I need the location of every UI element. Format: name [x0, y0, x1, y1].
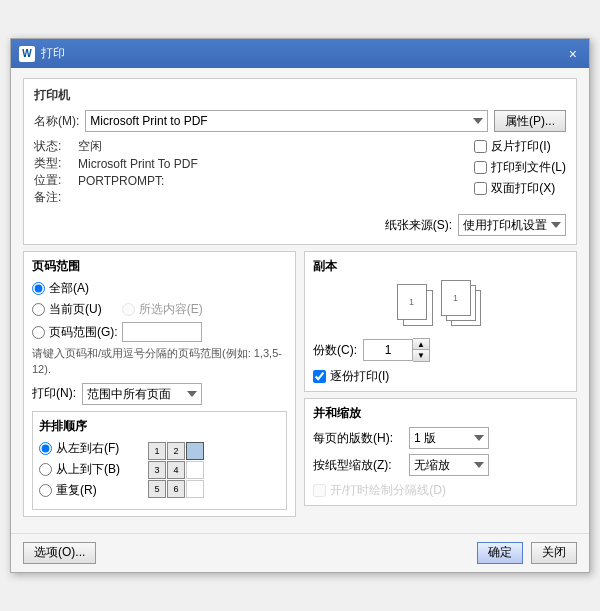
- app-icon: W: [19, 46, 35, 62]
- all-pages-label: 全部(A): [49, 280, 89, 297]
- copies-count-label: 份数(C):: [313, 342, 357, 359]
- pages-per-sheet-label: 每页的版数(H):: [313, 430, 403, 447]
- middle-section: 页码范围 全部(A) 当前页(U) 所选内容(E): [23, 251, 577, 517]
- all-pages-row: 全部(A): [32, 280, 287, 297]
- collate-checkbox-row: 逐份打印(I): [313, 368, 568, 385]
- repeat-radio[interactable]: [39, 484, 52, 497]
- current-page-row: 当前页(U): [32, 301, 102, 318]
- comment-label: 备注:: [34, 189, 74, 206]
- status-value: 空闲: [78, 138, 102, 155]
- dialog-body: 打印机 名称(M): Microsoft Print to PDF 属性(P).…: [11, 68, 589, 533]
- sort-grid: 1 2 3 4 5 6: [148, 442, 204, 498]
- range-radio[interactable]: [32, 326, 45, 339]
- left-to-right-radio[interactable]: [39, 442, 52, 455]
- paper-source-select[interactable]: 使用打印机设置: [458, 214, 566, 236]
- printer-section-title: 打印机: [34, 87, 566, 104]
- print-dialog: W 打印 × 打印机 名称(M): Microsoft Print to PDF…: [10, 38, 590, 573]
- range-hint: 请键入页码和/或用逗号分隔的页码范围(例如: 1,3,5-12).: [32, 346, 287, 377]
- printer-name-select[interactable]: Microsoft Print to PDF: [85, 110, 488, 132]
- current-page-radio[interactable]: [32, 303, 45, 316]
- print-select[interactable]: 范围中所有页面: [82, 383, 202, 405]
- scale-row: 按纸型缩放(Z): 无缩放: [313, 454, 568, 476]
- left-to-right-row: 从左到右(F): [39, 440, 120, 457]
- comment-row: 备注:: [34, 189, 464, 206]
- status-label: 状态:: [34, 138, 74, 155]
- range-label: 页码范围(G):: [49, 324, 118, 341]
- print-to-file-row: 打印到文件(L): [474, 159, 566, 176]
- repeat-row: 重复(R): [39, 482, 120, 499]
- top-to-bottom-row: 从上到下(B): [39, 461, 120, 478]
- location-label: 位置:: [34, 172, 74, 189]
- printer-name-label: 名称(M):: [34, 113, 79, 130]
- range-row: 页码范围(G):: [32, 322, 287, 342]
- printer-name-row: 名称(M): Microsoft Print to PDF 属性(P)...: [34, 110, 566, 132]
- copies-decrement[interactable]: ▼: [413, 350, 429, 361]
- printer-options-checkboxes: 反片打印(I) 打印到文件(L) 双面打印(X): [474, 138, 566, 206]
- printer-section: 打印机 名称(M): Microsoft Print to PDF 属性(P).…: [23, 78, 577, 245]
- duplex-label: 双面打印(X): [491, 180, 555, 197]
- dialog-title: 打印: [41, 45, 65, 62]
- selection-label: 所选内容(E): [139, 301, 203, 318]
- collate-section: 并排顺序 从左到右(F) 从上到下(B): [32, 411, 287, 510]
- location-row: 位置: PORTPROMPT:: [34, 172, 464, 189]
- reverse-print-label: 反片打印(I): [491, 138, 550, 155]
- print-label: 打印(N):: [32, 385, 76, 402]
- scale-select[interactable]: 无缩放: [409, 454, 489, 476]
- title-bar: W 打印 ×: [11, 39, 589, 68]
- print-to-file-checkbox[interactable]: [474, 161, 487, 174]
- paper-source-row: 纸张来源(S): 使用打印机设置: [34, 214, 566, 236]
- current-page-label: 当前页(U): [49, 301, 102, 318]
- bottom-bar: 选项(O)... 确定 关闭: [11, 533, 589, 572]
- ok-button[interactable]: 确定: [477, 542, 523, 564]
- scale-label: 按纸型缩放(Z):: [313, 457, 403, 474]
- copies-spinner: 1 ▲ ▼: [363, 338, 430, 362]
- options-button[interactable]: 选项(O)...: [23, 542, 96, 564]
- type-row: 类型: Microsoft Print To PDF: [34, 155, 464, 172]
- pages-per-sheet-select[interactable]: 1 版: [409, 427, 489, 449]
- location-value: PORTPROMPT:: [78, 174, 164, 188]
- selection-row: 所选内容(E): [122, 301, 203, 318]
- duplex-checkbox[interactable]: [474, 182, 487, 195]
- zoom-title: 并和缩放: [313, 405, 568, 422]
- page-range-group: 页码范围 全部(A) 当前页(U) 所选内容(E): [23, 251, 296, 517]
- paper-source-label: 纸张来源(S):: [385, 217, 452, 234]
- copies-title: 副本: [313, 258, 568, 275]
- zoom-group: 并和缩放 每页的版数(H): 1 版 按纸型缩放(Z): 无缩放: [304, 398, 577, 506]
- all-pages-radio[interactable]: [32, 282, 45, 295]
- status-row: 状态: 空闲: [34, 138, 464, 155]
- reverse-print-checkbox[interactable]: [474, 140, 487, 153]
- range-input[interactable]: [122, 322, 202, 342]
- selection-radio[interactable]: [122, 303, 135, 316]
- collate-checkbox[interactable]: [313, 370, 326, 383]
- close-button[interactable]: ×: [565, 46, 581, 62]
- top-to-bottom-label: 从上到下(B): [56, 461, 120, 478]
- collate-title: 并排顺序: [39, 418, 280, 435]
- type-value: Microsoft Print To PDF: [78, 157, 198, 171]
- copies-preview: 2 1 3 2 1: [313, 280, 568, 330]
- copies-count-row: 份数(C): 1 ▲ ▼: [313, 338, 568, 362]
- type-label: 类型:: [34, 155, 74, 172]
- draw-borders-checkbox[interactable]: [313, 484, 326, 497]
- cancel-button[interactable]: 关闭: [531, 542, 577, 564]
- copies-group: 副本 2 1 3 2 1: [304, 251, 577, 392]
- draw-borders-row: 开/打时绘制分隔线(D): [313, 482, 568, 499]
- duplex-row: 双面打印(X): [474, 180, 566, 197]
- copies-increment[interactable]: ▲: [413, 339, 429, 350]
- copies-input[interactable]: 1: [363, 339, 413, 361]
- repeat-label: 重复(R): [56, 482, 97, 499]
- pages-per-sheet-row: 每页的版数(H): 1 版: [313, 427, 568, 449]
- reverse-print-row: 反片打印(I): [474, 138, 566, 155]
- properties-button[interactable]: 属性(P)...: [494, 110, 566, 132]
- printer-info-area: 状态: 空闲 类型: Microsoft Print To PDF 位置: PO…: [34, 138, 566, 206]
- left-to-right-label: 从左到右(F): [56, 440, 119, 457]
- draw-borders-label: 开/打时绘制分隔线(D): [330, 482, 446, 499]
- page-range-title: 页码范围: [32, 258, 287, 275]
- top-to-bottom-radio[interactable]: [39, 463, 52, 476]
- print-to-file-label: 打印到文件(L): [491, 159, 566, 176]
- print-row: 打印(N): 范围中所有页面: [32, 383, 287, 405]
- collate-checkbox-label: 逐份打印(I): [330, 368, 389, 385]
